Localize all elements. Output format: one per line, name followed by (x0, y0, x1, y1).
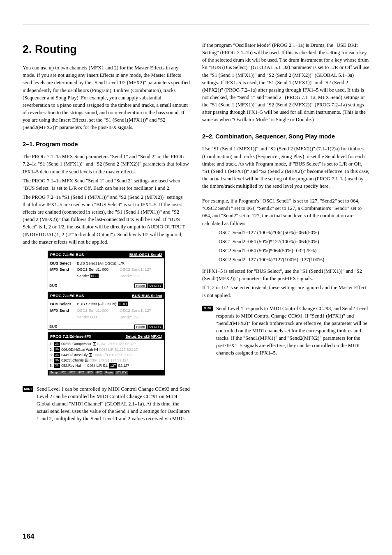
lcd-panel-2: PROG 7.1:Ed-BUS BUS:BUS Select BUS Selec… (48, 292, 165, 330)
lcd1-bus-tab: BUS (49, 283, 58, 288)
lcd2-route-tab: Route (134, 325, 146, 329)
lcd3-r4b: C064 L/R S1:127 S2:127 (90, 358, 129, 363)
lcd2-title-left: PROG 7.1:Ed-BUS (50, 293, 84, 299)
lcd1-mfx-label: MFX Send (50, 267, 77, 272)
lcd2-bus-tab: BUS (49, 324, 58, 329)
calc-line-3: OSC2 Send1=064 (50%)*064(50%)=032(25%) (219, 247, 369, 254)
lcd3-r2b: C064 L/R S1:127 S2:127 (99, 347, 138, 352)
lcd3-tab-ifx3: IFX3 (77, 371, 86, 375)
page-number: 164 (23, 532, 34, 541)
lcd-panel-1: PROG 7.1:Ed-BUS BUS:OSC1 Send2 BUS Selec… (48, 251, 165, 289)
lcd1-osc2send1: OSC2 Send1: 127 (120, 267, 162, 272)
lcd1-utility-tab: UTILITY (148, 283, 163, 288)
lcd3-r5b2: S2:127 (118, 363, 129, 368)
sec21-p3: The PROG 7.2–1a "S1 (Send 1 (MFX1))" and… (23, 193, 190, 246)
lcd2-send2-right: Send2: 127 (120, 314, 162, 320)
lcd3-title-left: PROG 7.2:Ed-InsertFX (50, 334, 91, 339)
lcd3-r5b1: C064 L/R S1: (87, 363, 108, 368)
lcd-panel-3: PROG 7.2:Ed-InsertFX Setup:Send1(MFX1) 1… (48, 332, 165, 375)
lcd3-tab-ifx2: IFX2 (68, 371, 77, 375)
lcd2-osc2send1: OSC2 Send1: 127 (120, 308, 162, 313)
heading-routing: 2. Routing (23, 41, 190, 58)
lcd1-osc1send1: OSC1 Send1: 000 (77, 267, 120, 272)
left-column: 2. Routing You can use up to two channel… (23, 41, 190, 423)
lcd2-send2: Send2: 000 (77, 314, 120, 320)
sec22-p3: If IFX1–5 is selected for "BUS Select", … (202, 267, 369, 282)
lcd3-r3a: 044:St/Cross Dly (61, 352, 88, 357)
lcd3-tab-ifx1: IFX1 (59, 371, 68, 375)
lcd2-utility-tab: UTILITY (148, 325, 163, 329)
midi-right-text: Send Level 1 responds to MIDI Control Ch… (216, 305, 369, 357)
lcd1-send2-label: Send2: (77, 274, 89, 278)
lcd3-r1a: 002:St.Compressor (61, 341, 91, 346)
lcd2-bus-select-label: BUS Select (50, 301, 77, 307)
sec22-p4: If 1, 2 or 1/2 is selected instead, thes… (202, 284, 369, 299)
lcd1-bus-select-label: BUS Select (50, 260, 77, 266)
lcd3-tabstrip: Setup IFX1 IFX2 IFX3 IFX4 IFX5 Route UTI… (48, 370, 164, 375)
checkbox-icon (93, 342, 96, 345)
lcd3-tab-utility: UTILITY (115, 371, 128, 375)
calc-line-4: OSC2 Send2=127 (100%)*127(100%)=127(100%… (219, 256, 369, 263)
sec21-p2: The PROG 7.1–1a MFX Send "Send 1" and "S… (23, 177, 190, 192)
checkbox-icon (85, 359, 88, 362)
lcd2-bus-select-val: BUS Select (All OSCs): (77, 302, 118, 306)
calc-line-1: OSC1 Send1=127 (100%)*064(50%)=064(50%) (219, 229, 369, 236)
lcd1-route-tab: Route (134, 283, 146, 288)
section-2-2-title: 2–2. Combination, Sequencer, Song Play m… (202, 132, 369, 141)
top-rule (23, 25, 369, 25)
lcd1-bus-select-val: BUS Select (All OSCs): L/R (77, 260, 125, 266)
lcd3-title-right: Setup:Send1(MFX1) (125, 334, 162, 339)
midi-icon: MIDI (202, 306, 213, 311)
lcd2-osc1send1: OSC1 Send1: 000 (77, 308, 120, 313)
lcd1-send2-val: 000 (90, 274, 99, 278)
midi-note-right: MIDI Send Level 1 responds to MIDI Contr… (202, 305, 369, 357)
lcd2-bus-select-hl: IFX1 (118, 302, 128, 306)
lcd3-r5hl: 127 (109, 363, 117, 368)
lcd3-r2a: 006:OD/HiGain Wah (61, 347, 93, 352)
lcd-screenshots: PROG 7.1:Ed-BUS BUS:OSC1 Send2 BUS Selec… (23, 251, 190, 378)
lcd2-mfx-label: MFX Send (50, 308, 77, 313)
lcd3-tab-setup: Setup (49, 371, 59, 375)
sec22-p1: Use "S1 (Send 1 (MFX1))" and "S2 (Send 2… (202, 145, 369, 190)
right-top-paragraph: If the program "Oscillator Mode" (PROG 2… (202, 41, 369, 123)
lcd3-r5a: 052:Rev Hall (61, 363, 81, 368)
right-column: If the program "Oscillator Mode" (PROG 2… (202, 41, 369, 423)
arrow-right-icon: → (83, 364, 86, 368)
midi-left-text: Send Level 1 can be controlled by MIDI C… (37, 385, 190, 423)
two-column-content: 2. Routing You can use up to two channel… (23, 41, 369, 423)
lcd3-tab-ifx5: IFX5 (95, 371, 104, 375)
checkbox-icon (95, 348, 98, 351)
sec21-p1: The PROG 7.1–1a MFX Send parameters "Sen… (23, 153, 190, 175)
midi-note-left: MIDI Send Level 1 can be controlled by M… (23, 385, 190, 423)
section-2-1-title: 2–1. Program mode (23, 140, 190, 149)
lcd1-send2-right: Send2: 127 (120, 273, 162, 279)
sec22-p2: For example, if a Program's "OSC1 Send1"… (202, 197, 369, 227)
lcd1-title-right: BUS:OSC1 Send2 (129, 252, 162, 257)
checkbox-icon (89, 353, 92, 357)
lcd3-r1b: C064 L/R S1:127 S2:127 (97, 341, 136, 346)
lcd3-r4a: 016:St.Chorus (61, 358, 83, 363)
calc-line-2: OSC1 Send2=064 (50%)*127(100%)=064(50%) (219, 238, 369, 245)
lcd3-tab-route: Route (104, 371, 114, 375)
intro-paragraph: You can use up to two channels (MFX1 and… (23, 64, 190, 131)
lcd3-r3b: C064 L/R S1:127 S2:127 (93, 352, 132, 357)
lcd3-tab-ifx4: IFX4 (86, 371, 95, 375)
lcd1-title-left: PROG 7.1:Ed-BUS (50, 252, 84, 258)
midi-icon: MIDI (23, 386, 33, 392)
lcd2-title-right: BUS:BUS Select (132, 293, 162, 298)
